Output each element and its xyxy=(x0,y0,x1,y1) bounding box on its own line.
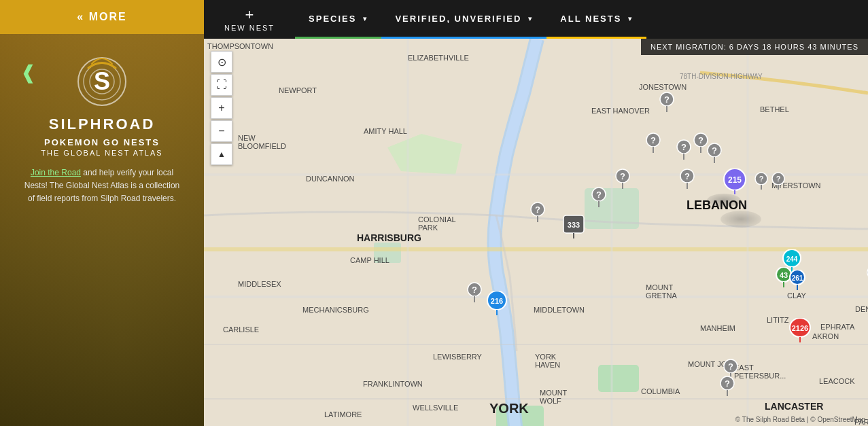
decorative-bird: ❰ xyxy=(20,61,36,84)
top-nav: + NEW NEST SPECIES ▾ VERIFIED, UNVERIFIE… xyxy=(204,0,868,39)
svg-text:43: 43 xyxy=(780,271,788,279)
nest-marker-9[interactable]: ? xyxy=(530,202,545,222)
tagline2: THE GLOBAL NEST ATLAS xyxy=(14,149,190,157)
nest-marker-7[interactable]: ? xyxy=(615,168,630,189)
nest-marker-333[interactable]: 333 xyxy=(562,214,585,238)
svg-text:?: ? xyxy=(698,135,704,145)
species-label: SPECIES xyxy=(309,14,356,24)
svg-rect-5 xyxy=(374,243,401,263)
nest-marker-216[interactable]: 216 xyxy=(486,291,508,315)
nest-marker-3[interactable]: ? xyxy=(676,139,691,160)
new-nest-label: NEW NEST xyxy=(224,24,275,32)
place-york-bottom: YORK xyxy=(489,401,529,416)
fullscreen-button[interactable]: ⛶ xyxy=(211,74,232,96)
marker-shadow-2 xyxy=(721,211,761,228)
verified-dropdown-arrow: ▾ xyxy=(528,15,533,22)
brand-name: SILPHROAD xyxy=(14,116,190,133)
nest-marker-unk2[interactable]: ? xyxy=(771,172,785,190)
all-nests-label: ALL NESTS xyxy=(560,14,621,24)
nest-marker-8[interactable]: ? xyxy=(591,187,606,207)
svg-text:S: S xyxy=(94,67,110,95)
migration-bar: NEXT MIGRATION: 6 DAYS 18 HOURS 43 MINUT… xyxy=(641,39,868,55)
svg-text:?: ? xyxy=(596,190,602,200)
sidebar: « MORE S SILPHROAD POKEMON GO NESTS THE … xyxy=(0,0,204,426)
svg-text:?: ? xyxy=(472,285,477,295)
svg-text:?: ? xyxy=(776,175,781,183)
svg-text:?: ? xyxy=(684,171,690,181)
svg-text:?: ? xyxy=(650,135,656,145)
marker-shadow xyxy=(707,194,741,207)
svg-text:?: ? xyxy=(728,361,733,372)
nest-marker-4[interactable]: ? xyxy=(693,132,708,153)
svg-text:?: ? xyxy=(759,175,764,183)
svg-text:244: 244 xyxy=(786,255,798,263)
nest-marker-5[interactable]: ? xyxy=(707,143,722,163)
sidebar-content: S SILPHROAD POKEMON GO NESTS THE GLOBAL … xyxy=(0,34,204,219)
nest-marker-unk1[interactable]: ? xyxy=(754,172,768,190)
sidebar-description: Join the Road and help verify your local… xyxy=(14,166,190,206)
species-dropdown-arrow: ▾ xyxy=(363,15,368,22)
verified-label: VERIFIED, UNVERIFIED xyxy=(395,14,521,24)
map-controls: ⊙ ⛶ + − ▲ xyxy=(211,51,232,165)
reset-north-button[interactable]: ▲ xyxy=(211,143,232,165)
tagline1: POKEMON GO NESTS xyxy=(14,137,190,147)
new-nest-button[interactable]: + NEW NEST xyxy=(204,0,295,39)
silph-road-logo: S xyxy=(75,54,129,109)
attribution: © The Silph Road Beta | © OpenStreetMap xyxy=(735,416,865,423)
svg-text:?: ? xyxy=(681,142,687,152)
zoom-out-button[interactable]: − xyxy=(211,120,232,142)
svg-text:2126: 2126 xyxy=(792,324,808,332)
all-nests-dropdown[interactable]: ALL NESTS ▾ xyxy=(546,0,646,39)
svg-marker-8 xyxy=(387,134,462,175)
logo-container: S xyxy=(75,54,129,109)
map-container: + NEW NEST SPECIES ▾ VERIFIED, UNVERIFIE… xyxy=(204,0,868,426)
more-button[interactable]: « MORE xyxy=(0,0,204,34)
zoom-in-button[interactable]: + xyxy=(211,97,232,119)
nest-marker-215[interactable]: 215 xyxy=(723,168,747,194)
svg-text:?: ? xyxy=(620,171,625,181)
new-nest-plus-icon: + xyxy=(245,7,254,22)
svg-text:?: ? xyxy=(664,94,670,105)
verified-dropdown[interactable]: VERIFIED, UNVERIFIED ▾ xyxy=(381,0,546,39)
join-link[interactable]: Join the Road xyxy=(31,168,81,177)
nest-marker-2126[interactable]: 2126 xyxy=(788,318,812,342)
locate-button[interactable]: ⊙ xyxy=(211,51,232,73)
svg-text:?: ? xyxy=(712,145,717,156)
nest-marker-261[interactable]: 261 xyxy=(788,270,806,290)
svg-text:215: 215 xyxy=(728,175,742,185)
nest-marker-15[interactable]: ? xyxy=(720,376,735,396)
nest-marker-1[interactable]: ? xyxy=(659,92,674,112)
map-roads-svg xyxy=(204,39,868,426)
nest-marker-2[interactable]: ? xyxy=(646,132,661,153)
species-dropdown[interactable]: SPECIES ▾ xyxy=(295,0,381,39)
nest-marker-6[interactable]: ? xyxy=(680,168,695,189)
map-background[interactable]: THOMPSONTOWN ELIZABETHVILLE NEWPORT NEWB… xyxy=(204,0,868,426)
svg-text:?: ? xyxy=(725,378,730,389)
all-nests-dropdown-arrow: ▾ xyxy=(628,15,633,22)
svg-rect-6 xyxy=(598,365,639,392)
nest-marker-12[interactable]: ? xyxy=(467,282,482,302)
svg-text:?: ? xyxy=(535,205,540,215)
svg-text:216: 216 xyxy=(491,297,503,305)
svg-text:261: 261 xyxy=(792,274,803,282)
svg-text:333: 333 xyxy=(568,221,580,229)
